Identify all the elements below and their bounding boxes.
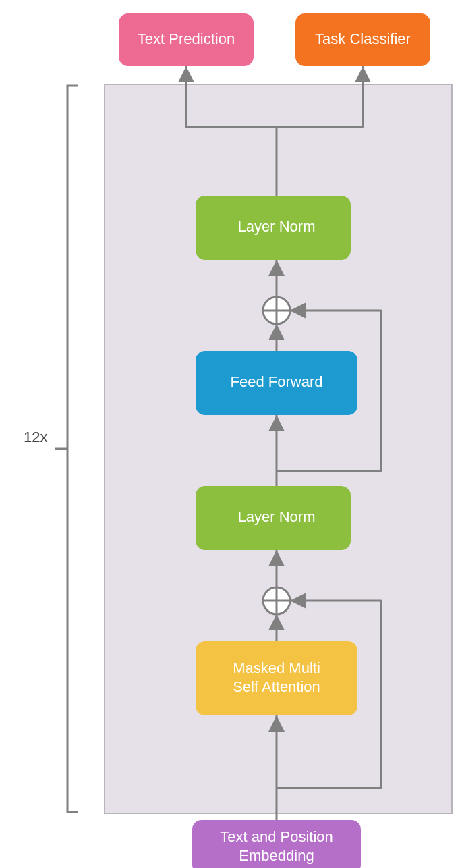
repeat-count-label: 12x	[24, 429, 47, 445]
add-op-bottom	[263, 587, 290, 614]
feed-forward-label: Feed Forward	[231, 373, 323, 390]
mmsa-label-1: Masked Multi	[233, 659, 320, 676]
mmsa-label-2: Self Attention	[233, 678, 320, 695]
embed-label-2: Embedding	[239, 847, 314, 864]
embed-label-1: Text and Position	[220, 828, 333, 845]
architecture-diagram: 12xText PredictionTask ClassifierLayer N…	[0, 0, 462, 868]
add-op-top	[263, 297, 290, 324]
task-classifier-label: Task Classifier	[315, 30, 411, 47]
repeat-bracket	[67, 86, 78, 812]
layer-norm-top-label: Layer Norm	[238, 218, 316, 235]
layer-norm-bottom-label: Layer Norm	[238, 508, 316, 525]
text-prediction-label: Text Prediction	[138, 30, 235, 47]
